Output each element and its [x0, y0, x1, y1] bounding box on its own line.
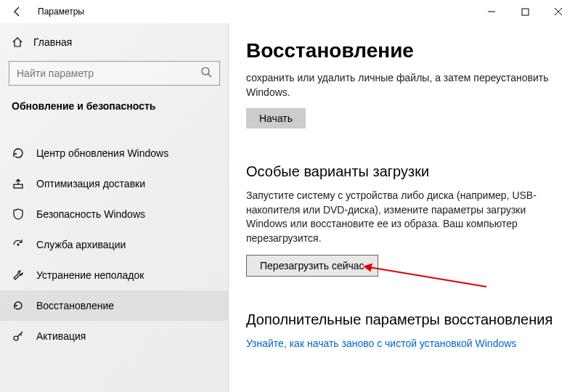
svg-rect-1: [522, 9, 529, 15]
more-recovery-heading: Дополнительные параметры восстановления: [246, 311, 558, 328]
sidebar-item-label: Служба архивации: [36, 239, 126, 250]
reset-button[interactable]: Начать: [246, 108, 306, 128]
sidebar-item-recovery[interactable]: Восстановление: [0, 290, 229, 321]
delivery-icon: [12, 177, 25, 190]
minimize-button[interactable]: [475, 0, 508, 23]
sidebar-item-windows-update[interactable]: Центр обновления Windows: [0, 138, 229, 168]
search-icon: [200, 66, 212, 81]
svg-line-3: [208, 74, 211, 77]
window-controls: [475, 0, 575, 23]
sidebar: Главная Обновление и безопасность Центр …: [0, 23, 229, 392]
home-label: Главная: [33, 36, 72, 48]
sidebar-item-label: Оптимизация доставки: [36, 178, 145, 189]
home-nav[interactable]: Главная: [0, 30, 229, 54]
sidebar-item-activation[interactable]: Активация: [0, 321, 229, 351]
search-box[interactable]: [9, 61, 220, 86]
fresh-start-link[interactable]: Узнайте, как начать заново с чистой уста…: [246, 338, 516, 349]
wrench-icon: [12, 269, 25, 282]
titlebar: Параметры: [0, 0, 575, 23]
sidebar-item-backup[interactable]: Служба архивации: [0, 229, 229, 260]
key-icon: [12, 330, 25, 343]
sidebar-item-label: Центр обновления Windows: [36, 147, 168, 159]
sidebar-item-label: Восстановление: [36, 300, 114, 311]
nav-list: Центр обновления Windows Оптимизация дос…: [0, 138, 229, 351]
back-button[interactable]: [6, 0, 29, 23]
backup-icon: [12, 238, 25, 251]
maximize-button[interactable]: [508, 0, 542, 23]
advanced-startup-heading: Особые варианты загрузки: [246, 163, 558, 180]
sidebar-item-label: Безопасность Windows: [36, 208, 145, 220]
update-icon: [12, 147, 25, 160]
sidebar-item-delivery-optimization[interactable]: Оптимизация доставки: [0, 168, 229, 199]
shield-icon: [12, 208, 25, 221]
category-header: Обновление и безопасность: [0, 96, 229, 119]
home-icon: [12, 36, 23, 48]
page-heading: Восстановление: [246, 39, 558, 62]
content-pane: Восстановление сохранить или удалить лич…: [229, 23, 575, 392]
svg-point-5: [17, 244, 20, 246]
svg-point-2: [202, 68, 209, 75]
reset-description: сохранить или удалить личные файлы, а за…: [246, 71, 558, 99]
sidebar-item-troubleshoot[interactable]: Устранение неполадок: [0, 260, 229, 290]
sidebar-item-label: Устранение неполадок: [36, 269, 144, 281]
svg-rect-4: [14, 184, 23, 188]
sidebar-item-windows-security[interactable]: Безопасность Windows: [0, 199, 229, 229]
restart-now-button[interactable]: Перезагрузить сейчас: [246, 255, 378, 277]
recovery-icon: [12, 299, 25, 312]
advanced-startup-description: Запустите систему с устройства либо диск…: [246, 189, 558, 245]
close-button[interactable]: [542, 0, 575, 23]
window-title: Параметры: [38, 7, 84, 17]
sidebar-item-label: Активация: [36, 330, 86, 342]
search-input[interactable]: [17, 68, 173, 79]
